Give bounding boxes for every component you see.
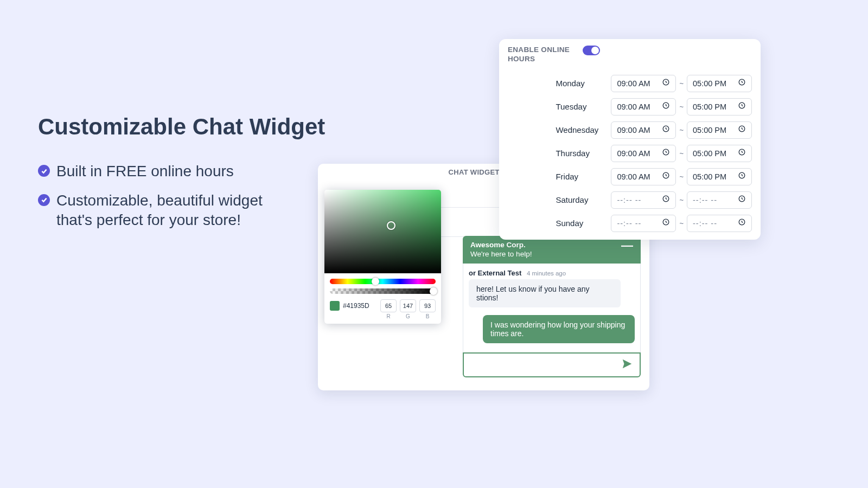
time-value: 05:00 PM <box>693 79 726 88</box>
chat-header: Awesome Corp. We're here to help! — <box>463 236 641 264</box>
chat-input-bar[interactable] <box>463 352 641 377</box>
hours-row: Tuesday09:00 AM~05:00 PM <box>508 98 752 115</box>
hours-to-input[interactable]: 05:00 PM <box>687 98 752 115</box>
online-hours-toggle[interactable] <box>583 46 600 55</box>
range-separator: ~ <box>679 172 684 181</box>
picker-b-input[interactable]: 93 <box>419 299 436 312</box>
day-name: Friday <box>556 172 603 181</box>
clock-icon <box>662 148 670 158</box>
alpha-handle[interactable] <box>430 287 437 295</box>
range-separator: ~ <box>679 102 684 111</box>
picker-hex-value[interactable]: #41935D <box>343 302 369 310</box>
clock-icon <box>662 101 670 112</box>
picker-r-input[interactable]: 65 <box>380 299 397 312</box>
hours-to-input[interactable]: --:-- -- <box>687 215 752 232</box>
check-icon <box>38 165 50 177</box>
hours-row: Sunday--:-- --~--:-- -- <box>508 215 752 232</box>
time-value: 05:00 PM <box>693 149 726 158</box>
time-value: 09:00 AM <box>617 172 650 181</box>
clock-icon <box>662 125 670 135</box>
clock-icon <box>662 78 670 88</box>
clock-icon <box>738 125 746 135</box>
picker-r-label: R <box>380 313 397 319</box>
range-separator: ~ <box>679 126 684 134</box>
hours-to-input[interactable]: 05:00 PM <box>687 168 752 185</box>
chat-widget-preview: Awesome Corp. We're here to help! — or E… <box>463 236 641 377</box>
chat-time-ago: 4 minutes ago <box>527 270 566 277</box>
hours-to-input[interactable]: 05:00 PM <box>687 75 752 92</box>
saturation-handle[interactable] <box>387 221 395 230</box>
clock-icon <box>738 78 746 88</box>
time-value: 09:00 AM <box>617 126 650 134</box>
chat-incoming-message: here! Let us know if you have any stions… <box>469 279 621 307</box>
time-value: 09:00 AM <box>617 102 650 111</box>
time-value: --:-- -- <box>693 196 717 204</box>
picker-g-input[interactable]: 147 <box>400 299 416 312</box>
chat-company-name: Awesome Corp. <box>470 241 633 249</box>
hours-from-input[interactable]: 09:00 AM <box>611 145 676 162</box>
day-name: Saturday <box>556 195 603 204</box>
range-separator: ~ <box>679 196 684 204</box>
promo-heading: Customizable Chat Widget <box>38 114 325 140</box>
time-value: 09:00 AM <box>617 79 650 88</box>
hours-to-input[interactable]: 05:00 PM <box>687 121 752 139</box>
feature-item: Customizable, beautiful widget that's pe… <box>38 191 298 230</box>
hours-from-input[interactable]: 09:00 AM <box>611 168 676 185</box>
send-icon[interactable] <box>621 358 633 372</box>
saturation-field[interactable] <box>324 190 441 273</box>
range-separator: ~ <box>679 219 684 227</box>
range-separator: ~ <box>679 79 684 87</box>
online-hours-card: ENABLE ONLINE HOURS Monday09:00 AM~05:00… <box>499 39 761 240</box>
chat-body: or External Test 4 minutes ago here! Let… <box>463 264 641 352</box>
time-value: 05:00 PM <box>693 126 726 134</box>
range-separator: ~ <box>679 149 684 157</box>
hours-row: Monday09:00 AM~05:00 PM <box>508 75 752 92</box>
hours-from-input[interactable]: --:-- -- <box>611 215 676 232</box>
hue-handle[interactable] <box>372 278 379 285</box>
hours-to-input[interactable]: --:-- -- <box>687 191 752 209</box>
day-name: Thursday <box>556 149 603 158</box>
day-name: Sunday <box>556 219 603 228</box>
color-picker: #41935D 65 147 93 R G B <box>324 190 441 324</box>
time-value: --:-- -- <box>693 219 717 228</box>
online-hours-label: ENABLE ONLINE HOURS <box>508 46 573 64</box>
clock-icon <box>662 171 670 182</box>
day-name: Tuesday <box>556 102 603 111</box>
time-value: 05:00 PM <box>693 102 726 111</box>
hours-row: Wednesday09:00 AM~05:00 PM <box>508 121 752 139</box>
clock-icon <box>662 195 670 205</box>
hue-slider[interactable] <box>330 279 436 284</box>
alpha-slider[interactable] <box>330 288 436 294</box>
feature-item: Built in FREE online hours <box>38 162 298 181</box>
minimize-icon[interactable]: — <box>621 243 633 248</box>
hours-from-input[interactable]: 09:00 AM <box>611 121 676 139</box>
time-value: 09:00 AM <box>617 149 650 158</box>
clock-icon <box>738 101 746 112</box>
time-value: --:-- -- <box>617 219 641 228</box>
hours-from-input[interactable]: 09:00 AM <box>611 98 676 115</box>
hours-row: Friday09:00 AM~05:00 PM <box>508 168 752 185</box>
picker-swatch <box>330 301 340 311</box>
feature-list: Built in FREE online hours Customizable,… <box>38 152 298 229</box>
clock-icon <box>662 218 670 228</box>
hours-from-input[interactable]: --:-- -- <box>611 191 676 209</box>
hours-row: Thursday09:00 AM~05:00 PM <box>508 145 752 162</box>
time-value: --:-- -- <box>617 196 641 204</box>
hours-to-input[interactable]: 05:00 PM <box>687 145 752 162</box>
picker-g-label: G <box>400 313 416 319</box>
feature-text: Customizable, beautiful widget that's pe… <box>56 191 298 230</box>
hours-from-input[interactable]: 09:00 AM <box>611 75 676 92</box>
picker-b-label: B <box>419 313 436 319</box>
clock-icon <box>738 148 746 158</box>
clock-icon <box>738 171 746 182</box>
chat-sender-meta: or External Test 4 minutes ago <box>469 269 635 277</box>
clock-icon <box>738 195 746 205</box>
check-icon <box>38 194 50 206</box>
chat-outgoing-message: I was wondering how long your shipping t… <box>483 315 635 343</box>
feature-text: Built in FREE online hours <box>56 162 234 181</box>
day-name: Wednesday <box>556 125 603 134</box>
chat-tagline: We're here to help! <box>470 250 633 258</box>
hours-row: Saturday--:-- --~--:-- -- <box>508 191 752 209</box>
chat-sender-name: or External Test <box>469 269 521 277</box>
clock-icon <box>738 218 746 228</box>
